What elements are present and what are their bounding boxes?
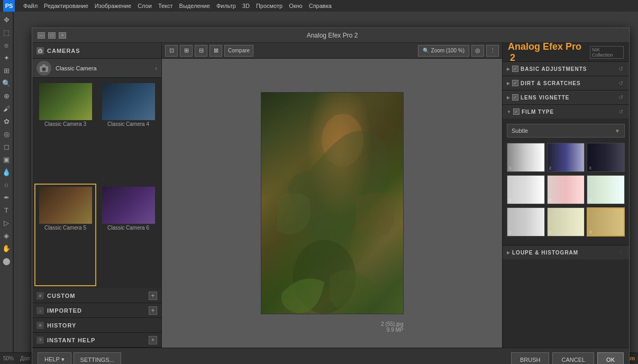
- lens-adj-checkbox[interactable]: ✓: [512, 94, 518, 101]
- menu-view[interactable]: Просмотр: [256, 3, 282, 9]
- zoom-control[interactable]: 🔍 Zoom (100 %): [418, 45, 469, 57]
- menu-edit[interactable]: Редактирование: [44, 3, 88, 9]
- imported-section[interactable]: ↓ IMPORTED +: [32, 303, 161, 318]
- loupe-options-icon[interactable]: ⋮: [616, 248, 625, 257]
- dialog-title: Analog Efex Pro 2: [66, 32, 598, 39]
- menu-image[interactable]: Изображение: [95, 3, 131, 9]
- film-swatch-2c[interactable]: 2: [547, 207, 585, 236]
- camera-item-5[interactable]: Classic Camera 5: [34, 184, 96, 286]
- menu-3d[interactable]: 3D: [242, 3, 250, 9]
- clone-tool[interactable]: ✿: [1, 115, 12, 127]
- move-tool[interactable]: ✥: [1, 14, 12, 25]
- film-swatch-1a[interactable]: 1: [507, 143, 545, 172]
- custom-add-button[interactable]: +: [149, 292, 157, 300]
- film-adj-checkbox[interactable]: ✓: [513, 108, 519, 115]
- hand-tool[interactable]: ✋: [1, 242, 12, 254]
- film-swatch-3b[interactable]: 3: [587, 175, 625, 204]
- basic-adjustments-header[interactable]: ▶ ✓ BASIC ADJUSTMENTS ↺: [503, 62, 629, 76]
- menu-file[interactable]: Файл: [23, 3, 38, 9]
- menu-select[interactable]: Выделение: [179, 3, 210, 9]
- film-swatch-2a[interactable]: 2: [547, 143, 585, 172]
- text-tool[interactable]: T: [1, 204, 12, 216]
- camera-item-6[interactable]: Classic Camera 6: [97, 184, 159, 286]
- cancel-button[interactable]: CANCEL: [552, 352, 594, 365]
- dirt-scratches-header[interactable]: ▶ ✓ DIRT & SCRATCHES ↺: [503, 76, 629, 90]
- healing-tool[interactable]: ⊕: [1, 90, 12, 102]
- help-button[interactable]: HELP ▾: [38, 352, 71, 365]
- film-type-dropdown[interactable]: Subtle ▼: [507, 124, 625, 138]
- custom-label: CUSTOM: [47, 293, 145, 299]
- menu-text[interactable]: Текст: [158, 3, 173, 9]
- film-gradient-1a: [507, 143, 544, 171]
- layout-icon-4[interactable]: ⊠: [209, 45, 222, 57]
- ok-button[interactable]: OK: [597, 352, 624, 365]
- selected-camera-row: Classic Camera ›: [32, 59, 161, 78]
- shape-tool[interactable]: ◈: [1, 230, 12, 241]
- basic-adj-checkbox[interactable]: ✓: [512, 66, 518, 72]
- film-swatch-2b[interactable]: 2: [547, 175, 585, 204]
- film-adj-reset-icon[interactable]: ↺: [616, 107, 625, 116]
- lens-vignette-header[interactable]: ▶ ✓ LENS VIGNETTE ↺: [503, 90, 629, 104]
- blur-tool[interactable]: 💧: [1, 166, 12, 178]
- instant-help-close-button[interactable]: ×: [149, 336, 157, 344]
- film-swatch-1b[interactable]: 1: [507, 175, 545, 204]
- basic-adj-reset-icon[interactable]: ↺: [616, 65, 625, 73]
- film-number-2a: 2: [549, 166, 551, 170]
- window-close[interactable]: ×: [59, 32, 66, 39]
- film-gradient-1b: [507, 176, 544, 204]
- menu-filter[interactable]: Фильтр: [216, 3, 236, 9]
- menu-window[interactable]: Окно: [289, 3, 303, 9]
- camera-item-4[interactable]: Classic Camera 4: [97, 80, 159, 183]
- dirt-adj-checkbox[interactable]: ✓: [512, 80, 518, 86]
- loupe-section[interactable]: ▶ LOUPE & HISTOGRAM ⋮: [503, 245, 629, 259]
- zoom-fit-button[interactable]: ◎: [471, 45, 484, 57]
- brush-button[interactable]: BRUSH: [511, 352, 550, 365]
- select-tool[interactable]: ⬚: [1, 26, 12, 38]
- ps-zoom-level: 50%: [3, 356, 14, 361]
- lens-adj-reset-icon[interactable]: ↺: [616, 93, 625, 102]
- zoom-icon: 🔍: [423, 48, 429, 53]
- brush-tool[interactable]: 🖌: [1, 103, 12, 114]
- history-tool[interactable]: ◎: [1, 128, 12, 140]
- path-tool[interactable]: ▷: [1, 217, 12, 229]
- history-icon: ≡: [37, 322, 44, 329]
- camera-thumb-6: [102, 187, 155, 224]
- imported-add-button[interactable]: +: [149, 306, 157, 315]
- layout-icon-1[interactable]: ⊡: [165, 45, 178, 57]
- camera-arrow-icon: ›: [155, 65, 157, 72]
- camera-label-5: Classic Camera 5: [44, 225, 86, 231]
- menu-layers[interactable]: Слои: [138, 3, 152, 9]
- imported-label: IMPORTED: [47, 307, 145, 314]
- layout-icon-2[interactable]: ⊞: [180, 45, 193, 57]
- eyedropper-tool[interactable]: 🔍: [1, 77, 12, 89]
- main-image: [261, 92, 404, 314]
- film-number-3a: 3: [589, 166, 591, 170]
- window-minimize[interactable]: —: [38, 32, 45, 39]
- lasso-tool[interactable]: ⌾: [1, 39, 12, 51]
- dirt-adj-expand-icon: ▶: [507, 81, 510, 86]
- layout-icon-3[interactable]: ⊟: [195, 45, 207, 57]
- pen-tool[interactable]: ✒: [1, 192, 12, 203]
- film-swatch-3a[interactable]: 3: [587, 143, 625, 172]
- zoom-options-button[interactable]: ⋮: [486, 45, 499, 57]
- dodge-tool[interactable]: ○: [1, 179, 12, 190]
- dirt-adj-reset-icon[interactable]: ↺: [616, 79, 625, 87]
- instant-help-section[interactable]: ? INSTANT HELP ×: [32, 333, 161, 348]
- zoom-tool[interactable]: ⬤: [1, 255, 12, 267]
- menu-help[interactable]: Справка: [309, 3, 332, 9]
- settings-button[interactable]: SETTINGS...: [74, 352, 121, 365]
- gradient-tool[interactable]: ▣: [1, 153, 12, 165]
- film-adj-label: FILM TYPE: [522, 109, 614, 115]
- film-swatch-1c[interactable]: 1: [507, 207, 545, 236]
- film-swatch-3c[interactable]: 3: [587, 207, 625, 236]
- window-maximize[interactable]: □: [48, 32, 56, 39]
- history-section[interactable]: ≡ HISTORY: [32, 318, 161, 333]
- film-type-header[interactable]: ▼ ✓ FILM TYPE ↺: [503, 105, 629, 119]
- camera-item-3[interactable]: Classic Camera 3: [34, 80, 96, 183]
- photoshop-window: PS Файл Редактирование Изображение Слои …: [0, 0, 638, 364]
- crop-tool[interactable]: ⊞: [1, 65, 12, 76]
- magic-wand-tool[interactable]: ✦: [1, 52, 12, 63]
- custom-section[interactable]: ≡ CUSTOM +: [32, 288, 161, 303]
- eraser-tool[interactable]: ◻: [1, 141, 12, 152]
- compare-button[interactable]: Compare: [224, 45, 253, 57]
